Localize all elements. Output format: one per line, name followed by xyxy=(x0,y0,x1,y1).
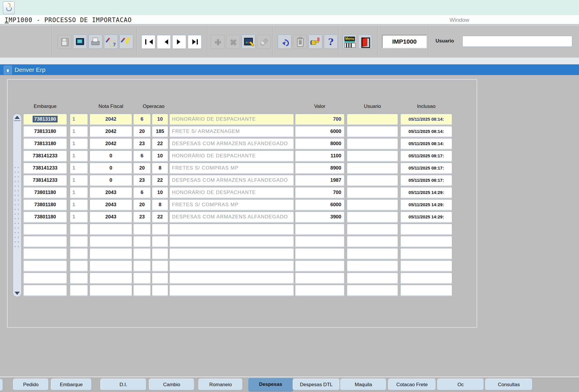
grid-cell-embarque[interactable] xyxy=(23,272,67,284)
grid-cell-inclusao[interactable]: 05/11/2025 08:14: xyxy=(400,126,452,137)
keys-button[interactable] xyxy=(308,35,322,49)
grid-cell-usuario[interactable] xyxy=(347,224,398,235)
grid-cell-nota-fiscal[interactable] xyxy=(90,272,132,284)
grid-cell-nota-fiscal[interactable] xyxy=(90,285,132,296)
grid-cell-inclusao[interactable]: 05/11/2025 08:17: xyxy=(400,163,452,174)
grid-cell-embarque[interactable]: 73801180 xyxy=(23,211,67,222)
grid-cell-usuario[interactable] xyxy=(347,163,398,174)
grid-cell-operacao-item[interactable]: 10 xyxy=(152,150,168,161)
grid-cell-operacao-item[interactable]: 8 xyxy=(152,163,168,174)
grid-cell-seq[interactable] xyxy=(70,285,88,296)
grid-cell-seq[interactable]: 1 xyxy=(70,187,88,198)
grid-cell-operacao[interactable] xyxy=(133,260,151,271)
grid-cell-nota-fiscal[interactable] xyxy=(90,224,132,235)
grid-cell-operacao-item[interactable]: 22 xyxy=(152,211,168,222)
grid-cell-seq[interactable]: 1 xyxy=(70,211,88,222)
tab-despesas[interactable]: Despesas xyxy=(248,378,293,391)
grid-cell-operacao-item[interactable]: 22 xyxy=(152,175,168,186)
grid-cell-descricao[interactable]: DESPESAS COM ARMAZENS ALFANDEGADO xyxy=(169,175,294,186)
grid-cell-operacao-item[interactable] xyxy=(152,272,168,284)
grid-cell-nota-fiscal[interactable]: 2043 xyxy=(90,211,132,222)
grid-cell-embarque[interactable]: 738141233 xyxy=(23,150,67,161)
grid-cell-seq[interactable]: 1 xyxy=(70,150,88,161)
grid-cell-usuario[interactable] xyxy=(347,114,398,125)
grid-cell-embarque[interactable] xyxy=(23,285,67,296)
grid-cell-nota-fiscal[interactable]: 2042 xyxy=(90,138,132,149)
grid-cell-valor[interactable]: 1100 xyxy=(295,150,344,161)
grid-cell-descricao[interactable]: FRETES S/ COMPRAS MP xyxy=(169,199,294,210)
grid-cell-operacao-item[interactable]: 22 xyxy=(152,138,168,149)
grid-cell-descricao[interactable] xyxy=(169,285,294,296)
grid-cell-usuario[interactable] xyxy=(347,187,398,198)
grid-cell-inclusao[interactable]: 05/11/2025 14:29: xyxy=(400,187,452,198)
grid-cell-embarque[interactable]: 738141233 xyxy=(23,163,67,174)
grid-cell-embarque[interactable] xyxy=(23,248,67,259)
grid-cell-operacao[interactable] xyxy=(133,285,151,296)
display-button[interactable] xyxy=(73,35,87,49)
grid-cell-usuario[interactable] xyxy=(347,150,398,161)
grid-cell-seq[interactable] xyxy=(70,260,88,271)
grid-cell-descricao[interactable]: DESPESAS COM ARMAZENS ALFANDEGADO xyxy=(169,138,294,149)
grid-cell-valor[interactable] xyxy=(295,224,344,235)
grid-cell-descricao[interactable] xyxy=(169,236,294,247)
grid-cell-inclusao[interactable] xyxy=(400,285,452,296)
tab-despesas-dtl[interactable]: Despesas DTL xyxy=(293,379,340,390)
grid-cell-nota-fiscal[interactable]: 0 xyxy=(90,150,132,161)
grid-cell-inclusao[interactable]: 05/11/2025 08:17: xyxy=(400,175,452,186)
grid-cell-usuario[interactable] xyxy=(347,211,398,222)
grid-cell-operacao[interactable] xyxy=(133,236,151,247)
grid-cell-usuario[interactable] xyxy=(347,260,398,271)
grid-cell-inclusao[interactable] xyxy=(400,224,452,235)
grid-cell-operacao-item[interactable]: 10 xyxy=(152,114,168,125)
grid-cell-operacao[interactable]: 6 xyxy=(133,114,151,125)
grid-cell-operacao-item[interactable] xyxy=(152,248,168,259)
help-button[interactable]: ? xyxy=(324,35,338,49)
grid-cell-descricao[interactable]: HONORÁRIO DE DESPACHANTE xyxy=(169,187,294,198)
grid-cell-descricao[interactable]: HONORÁRIO DE DESPACHANTE xyxy=(169,150,294,161)
tab-romaneio[interactable]: Romaneio xyxy=(198,379,243,390)
grid-cell-usuario[interactable] xyxy=(347,138,398,149)
tab-maquila[interactable]: Maquila xyxy=(340,379,386,390)
grid-cell-seq[interactable]: 1 xyxy=(70,126,88,137)
grid-cell-valor[interactable]: 1987 xyxy=(295,175,344,186)
grid-cell-operacao[interactable]: 6 xyxy=(133,150,151,161)
grid-cell-embarque[interactable] xyxy=(23,260,67,271)
grid-cell-valor[interactable]: 8000 xyxy=(295,138,344,149)
grid-cell-operacao[interactable]: 20 xyxy=(133,199,151,210)
grid-cell-descricao[interactable] xyxy=(169,224,294,235)
grid-cell-operacao-item[interactable]: 10 xyxy=(152,187,168,198)
grid-cell-usuario[interactable] xyxy=(347,175,398,186)
grid-cell-nota-fiscal[interactable] xyxy=(90,260,132,271)
grid-cell-inclusao[interactable]: 05/11/2025 08:17: xyxy=(400,150,452,161)
grid-cell-operacao[interactable] xyxy=(133,248,151,259)
grid-cell-nota-fiscal[interactable] xyxy=(90,236,132,247)
grid-cell-seq[interactable]: 1 xyxy=(70,138,88,149)
grid-cell-operacao-item[interactable] xyxy=(152,236,168,247)
grid-cell-nota-fiscal[interactable]: 0 xyxy=(90,163,132,174)
grid-cell-valor[interactable]: 8900 xyxy=(295,163,344,174)
grid-cell-nota-fiscal[interactable] xyxy=(90,248,132,259)
undo-button[interactable] xyxy=(278,35,292,49)
execute-query-button[interactable] xyxy=(119,35,133,49)
grid-cell-seq[interactable] xyxy=(70,236,88,247)
grid-cell-usuario[interactable] xyxy=(347,248,398,259)
grid-cell-inclusao[interactable]: 05/11/2025 14:29: xyxy=(400,199,452,210)
grid-cell-usuario[interactable] xyxy=(347,199,398,210)
grid-cell-seq[interactable] xyxy=(70,248,88,259)
grid-cell-operacao[interactable]: 23 xyxy=(133,211,151,222)
grid-cell-usuario[interactable] xyxy=(347,285,398,296)
grid-cell-operacao[interactable] xyxy=(133,272,151,284)
grid-cell-operacao-item[interactable] xyxy=(152,285,168,296)
grid-cell-embarque[interactable]: 73813180 xyxy=(23,114,67,125)
grid-cell-inclusao[interactable] xyxy=(400,236,452,247)
grid-cell-nota-fiscal[interactable]: 2042 xyxy=(90,114,132,125)
grid-cell-valor[interactable] xyxy=(295,285,344,296)
grid-cell-inclusao[interactable] xyxy=(400,248,452,259)
grid-cell-nota-fiscal[interactable]: 2043 xyxy=(90,187,132,198)
grid-cell-operacao[interactable]: 20 xyxy=(133,126,151,137)
grid-cell-embarque[interactable] xyxy=(23,236,67,247)
java-coffee-icon[interactable] xyxy=(3,1,15,14)
tab-consultas[interactable]: Consultas xyxy=(485,379,532,390)
grid-cell-valor[interactable]: 700 xyxy=(295,187,344,198)
grid-cell-nota-fiscal[interactable]: 0 xyxy=(90,175,132,186)
